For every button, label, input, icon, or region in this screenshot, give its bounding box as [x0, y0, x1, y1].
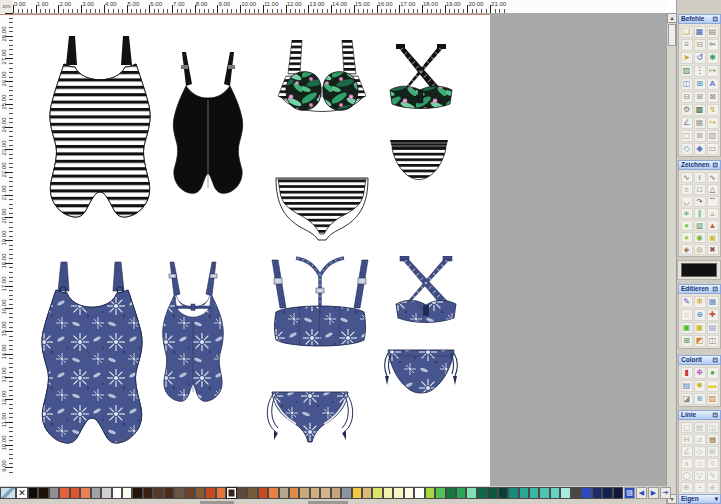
palette-swatch-4[interactable] — [70, 487, 80, 499]
palette-swatch-47[interactable] — [519, 487, 529, 499]
editieren-tool-icon-2-2[interactable]: ▤ — [707, 322, 719, 334]
palette-swatch-12[interactable] — [153, 487, 163, 499]
striped-bikini-bottom-back[interactable] — [388, 136, 450, 184]
palette-swatch-56[interactable] — [613, 487, 623, 499]
befehle-tool-icon-5-0[interactable]: ⊟ — [681, 91, 693, 103]
navy-floral-bandeau-top-back[interactable] — [388, 256, 464, 332]
linie-tool-icon-5-0[interactable]: ⊕ — [681, 482, 693, 493]
palette-swatch-19[interactable] — [226, 487, 236, 499]
scrollbar-thumb[interactable] — [668, 24, 676, 46]
editieren-tool-icon-0-0[interactable]: ✎ — [681, 296, 693, 308]
palette-swatch-24[interactable] — [279, 487, 289, 499]
palette-button-0[interactable]: ▨ — [624, 487, 635, 499]
befehle-tool-icon-8-0[interactable]: ▢ — [681, 130, 693, 142]
palette-swatch-2[interactable] — [49, 487, 59, 499]
palette-swatch-43[interactable] — [477, 487, 487, 499]
editieren-tool-icon-2-0[interactable]: ▣ — [681, 322, 693, 334]
palette-swatch-14[interactable] — [174, 487, 184, 499]
palette-swatch-13[interactable] — [164, 487, 174, 499]
palette-swatch-1[interactable] — [38, 487, 48, 499]
befehle-tool-icon-4-2[interactable]: A — [707, 78, 719, 90]
linie-tool-icon-0-1[interactable]: ▤ — [694, 422, 706, 433]
befehle-tool-icon-1-0[interactable]: ≡ — [681, 39, 693, 51]
linie-tool-icon-4-0[interactable]: ◯ — [681, 470, 693, 481]
palette-swatch-29[interactable] — [331, 487, 341, 499]
befehle-tool-icon-6-0[interactable]: ⚙ — [681, 104, 693, 116]
linie-tool-icon-0-0[interactable]: ▢ — [681, 422, 693, 433]
zeichnen-tool-icon-3-2[interactable]: ▵ — [707, 208, 719, 219]
panel-pin-icon[interactable]: ▾ — [715, 495, 718, 503]
palette-swatch-10[interactable] — [132, 487, 142, 499]
zeichnen-tool-icon-0-1[interactable]: ≀ — [694, 172, 706, 183]
editieren-tool-icon-3-1[interactable]: ◩ — [694, 335, 706, 347]
befehle-tool-icon-8-2[interactable]: ▧ — [707, 130, 719, 142]
panel-header-colorit[interactable]: Colorit⊡ — [678, 355, 721, 365]
striped-bikini-bottom-front[interactable] — [272, 174, 372, 244]
palette-swatch-54[interactable] — [592, 487, 602, 499]
befehle-tool-icon-9-2[interactable]: ▭ — [707, 143, 719, 155]
zeichnen-tool-icon-4-2[interactable]: ▲ — [707, 220, 719, 231]
palette-swatch-21[interactable] — [247, 487, 257, 499]
palette-swatch-25[interactable] — [289, 487, 299, 499]
palette-swatch-27[interactable] — [310, 487, 320, 499]
linie-tool-icon-2-1[interactable]: ◇ — [694, 446, 706, 457]
linie-tool-icon-5-2[interactable]: ※ — [707, 482, 719, 493]
zeichnen-tool-icon-2-0[interactable]: ◡ — [681, 196, 693, 207]
panel-pin-icon[interactable]: ⊡ — [713, 411, 718, 419]
befehle-tool-icon-7-0[interactable]: ∠ — [681, 117, 693, 129]
linie-tool-icon-3-0[interactable]: ∧ — [681, 458, 693, 469]
palette-swatch-16[interactable] — [195, 487, 205, 499]
panel-header-zeichnen[interactable]: Zeichnen⊡ — [678, 160, 721, 170]
palette-swatch-20[interactable] — [237, 487, 247, 499]
linie-tool-icon-0-2[interactable]: ◫ — [707, 422, 719, 433]
befehle-tool-icon-6-1[interactable]: ▩ — [694, 104, 706, 116]
editieren-tool-icon-1-0[interactable]: ◌ — [681, 309, 693, 321]
palette-swatch-46[interactable] — [508, 487, 518, 499]
zeichnen-tool-icon-6-0[interactable]: ◈ — [681, 244, 693, 255]
navy-floral-bandeau-top-front[interactable] — [266, 256, 374, 354]
zeichnen-tool-icon-5-0[interactable]: ● — [681, 232, 693, 243]
palette-swatch-55[interactable] — [602, 487, 612, 499]
panel-pin-icon[interactable]: ⊡ — [713, 285, 718, 293]
palette-swatch-42[interactable] — [466, 487, 476, 499]
befehle-tool-icon-2-2[interactable]: ✱ — [707, 52, 719, 64]
palette-swatch-37[interactable] — [414, 487, 424, 499]
palette-swatch-0[interactable] — [28, 487, 38, 499]
panel-header-linie[interactable]: Linie⊡ — [678, 410, 721, 420]
colorit-tool-icon-0-2[interactable]: ● — [707, 367, 719, 379]
colorit-tool-icon-0-0[interactable]: ▮ — [681, 367, 693, 379]
befehle-tool-icon-4-0[interactable]: ◫ — [681, 78, 693, 90]
palette-swatch-32[interactable] — [362, 487, 372, 499]
linie-tool-icon-2-2[interactable]: ⊞ — [707, 446, 719, 457]
linie-tool-icon-4-1[interactable]: ▽ — [694, 470, 706, 481]
tropical-striped-one-piece-back[interactable] — [166, 50, 250, 198]
palette-button-3[interactable]: ➔ — [660, 487, 671, 499]
linie-tool-icon-1-0[interactable]: H — [681, 434, 693, 445]
palette-button-2[interactable]: ▶ — [648, 487, 659, 499]
panel-pin-icon[interactable]: ⊡ — [713, 356, 718, 364]
linie-tool-icon-1-2[interactable]: ▦ — [707, 434, 719, 445]
zeichnen-tool-icon-1-0[interactable]: ○ — [681, 184, 693, 195]
palette-swatch-50[interactable] — [550, 487, 560, 499]
palette-swatch-39[interactable] — [435, 487, 445, 499]
colorit-tool-icon-0-1[interactable]: ❉ — [694, 367, 706, 379]
editieren-tool-icon-2-1[interactable]: ▣ — [694, 322, 706, 334]
zeichnen-tool-icon-5-2[interactable]: ▣ — [707, 232, 719, 243]
zeichnen-tool-icon-0-0[interactable]: ∿ — [681, 172, 693, 183]
zeichnen-tool-icon-0-2[interactable]: ∿ — [707, 172, 719, 183]
befehle-tool-icon-6-2[interactable]: ↯ — [707, 104, 719, 116]
palette-swatch-35[interactable] — [393, 487, 403, 499]
palette-swatch-45[interactable] — [498, 487, 508, 499]
palette-swatch-34[interactable] — [383, 487, 393, 499]
palette-swatch-7[interactable] — [101, 487, 111, 499]
linie-tool-icon-1-1[interactable]: ⊿ — [694, 434, 706, 445]
palette-swatch-28[interactable] — [320, 487, 330, 499]
palette-swatch-38[interactable] — [425, 487, 435, 499]
befehle-tool-icon-7-2[interactable]: ↪ — [707, 117, 719, 129]
panel-header-eigen[interactable]: Eigen▾ — [678, 494, 721, 504]
panel-pin-icon[interactable]: ⊡ — [713, 15, 718, 23]
palette-swatch-26[interactable] — [299, 487, 309, 499]
zeichnen-tool-icon-6-2[interactable]: ✖ — [707, 244, 719, 255]
navy-floral-bikini-bottom-back[interactable] — [382, 342, 460, 404]
zeichnen-tool-icon-5-1[interactable]: ◉ — [694, 232, 706, 243]
